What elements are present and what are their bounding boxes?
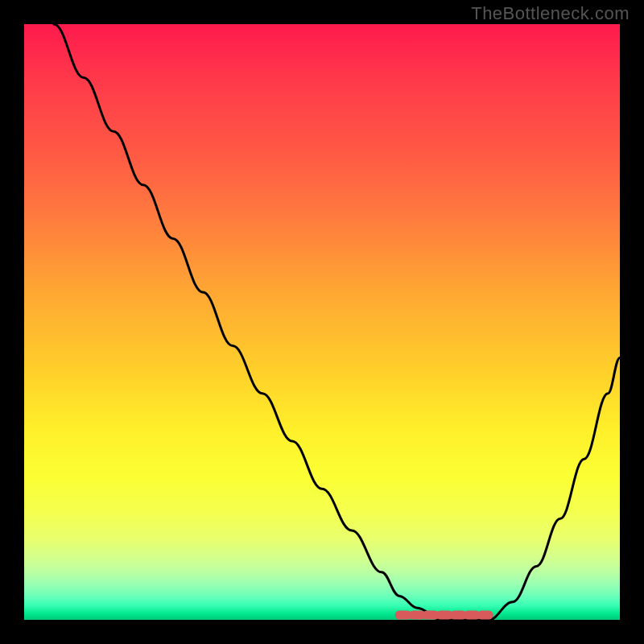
plot-area bbox=[24, 24, 620, 620]
bottleneck-curve bbox=[54, 24, 620, 620]
bottleneck-curve-svg bbox=[24, 24, 620, 620]
chart-frame: TheBottleneck.com bbox=[0, 0, 644, 644]
watermark-text: TheBottleneck.com bbox=[471, 3, 630, 24]
